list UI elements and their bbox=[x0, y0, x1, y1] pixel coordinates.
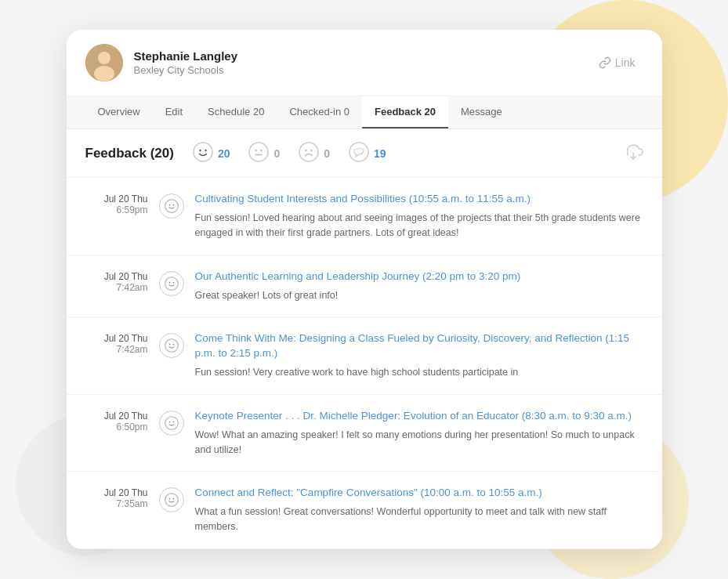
svg-point-1 bbox=[98, 52, 110, 64]
svg-point-28 bbox=[168, 498, 170, 500]
date-line: Jul 20 Thu bbox=[85, 333, 148, 344]
svg-point-12 bbox=[311, 150, 313, 151]
happy-icon bbox=[193, 142, 213, 165]
feedback-emoji-icon bbox=[159, 271, 184, 296]
feedback-comment-text: Fun session! Loved hearing about and see… bbox=[195, 211, 643, 241]
feedback-emoji-icon bbox=[159, 487, 184, 512]
svg-point-3 bbox=[194, 143, 212, 161]
date-line: Jul 20 Thu bbox=[85, 411, 148, 422]
svg-point-5 bbox=[205, 150, 206, 151]
feedback-emoji-icon bbox=[159, 411, 184, 436]
svg-point-20 bbox=[172, 282, 174, 284]
svg-point-24 bbox=[165, 417, 178, 430]
link-icon bbox=[599, 56, 611, 69]
svg-point-10 bbox=[299, 143, 318, 161]
svg-point-8 bbox=[261, 150, 263, 151]
feedback-date: Jul 20 Thu 6:50pm bbox=[85, 409, 148, 432]
neutral-count: 0 bbox=[273, 147, 280, 160]
date-line: Jul 20 Thu bbox=[85, 487, 148, 498]
svg-point-13 bbox=[350, 143, 368, 161]
svg-point-19 bbox=[168, 282, 170, 284]
feedback-comment-text: Great speaker! Lots of great info! bbox=[195, 288, 643, 303]
feedback-item: Jul 20 Thu 6:59pm Cultivating Student In… bbox=[67, 178, 662, 255]
date-line: Jul 20 Thu bbox=[85, 194, 148, 204]
user-org: Bexley City Schools bbox=[134, 64, 591, 76]
date-line: Jul 20 Thu bbox=[85, 271, 148, 282]
comment-icon bbox=[349, 142, 369, 165]
link-button[interactable]: Link bbox=[591, 52, 643, 74]
svg-point-17 bbox=[172, 204, 174, 206]
session-title[interactable]: Our Authentic Learning and Leadership Jo… bbox=[195, 270, 643, 284]
link-label: Link bbox=[615, 56, 636, 69]
nav-tab-message[interactable]: Message bbox=[448, 96, 515, 128]
time-line: 7:42am bbox=[85, 344, 148, 355]
feedback-emoji-icon bbox=[159, 333, 184, 358]
sad-icon bbox=[299, 142, 319, 165]
svg-point-23 bbox=[172, 344, 174, 346]
feedback-title: Feedback (20) bbox=[85, 146, 174, 161]
feedback-content: Our Authentic Learning and Leadership Jo… bbox=[195, 270, 643, 303]
feedback-list: Jul 20 Thu 6:59pm Cultivating Student In… bbox=[67, 178, 662, 548]
user-name: Stephanie Langley bbox=[134, 49, 591, 63]
svg-point-15 bbox=[165, 200, 178, 213]
session-title[interactable]: Connect and Reflect: "Campfire Conversat… bbox=[195, 486, 643, 501]
scene: Stephanie Langley Bexley City Schools Li… bbox=[0, 0, 728, 579]
svg-point-18 bbox=[165, 277, 178, 290]
svg-point-6 bbox=[249, 143, 268, 161]
feedback-item: Jul 20 Thu 7:42am Our Authentic Learning… bbox=[67, 255, 662, 318]
svg-point-16 bbox=[168, 204, 170, 206]
feedback-item: Jul 20 Thu 6:50pm Keynote Presenter . . … bbox=[67, 395, 662, 472]
session-title[interactable]: Cultivating Student Interests and Possib… bbox=[195, 192, 643, 207]
stat-comment: 19 bbox=[349, 142, 386, 165]
time-line: 7:35am bbox=[85, 498, 148, 509]
feedback-date: Jul 20 Thu 7:42am bbox=[85, 331, 148, 355]
stat-sad: 0 bbox=[299, 142, 330, 165]
feedback-content: Cultivating Student Interests and Possib… bbox=[195, 192, 643, 240]
svg-point-27 bbox=[165, 494, 178, 507]
feedback-emoji-icon bbox=[159, 194, 184, 219]
stat-neutral: 0 bbox=[248, 142, 280, 165]
nav-tabs: OverviewEditSchedule 20Checked-in 0Feedb… bbox=[67, 96, 662, 129]
feedback-date: Jul 20 Thu 7:42am bbox=[85, 270, 148, 293]
time-line: 6:50pm bbox=[85, 422, 148, 432]
feedback-date: Jul 20 Thu 7:35am bbox=[85, 486, 148, 509]
feedback-content: Connect and Reflect: "Campfire Conversat… bbox=[195, 486, 643, 534]
svg-point-29 bbox=[172, 498, 174, 500]
nav-tab-feedback-20[interactable]: Feedback 20 bbox=[362, 96, 448, 128]
cloud-download-icon[interactable] bbox=[623, 143, 643, 165]
avatar bbox=[85, 44, 123, 81]
feedback-item: Jul 20 Thu 7:35am Connect and Reflect: "… bbox=[67, 472, 662, 548]
sad-count: 0 bbox=[324, 147, 330, 160]
feedback-comment-text: What a fun session! Great conversations!… bbox=[195, 505, 643, 534]
feedback-content: Come Think With Me: Designing a Class Fu… bbox=[195, 331, 643, 380]
time-line: 7:42am bbox=[85, 282, 148, 293]
svg-point-25 bbox=[168, 422, 170, 423]
nav-tab-schedule-20[interactable]: Schedule 20 bbox=[195, 96, 277, 128]
session-title[interactable]: Keynote Presenter . . . Dr. Michelle Ple… bbox=[195, 409, 643, 424]
comment-count: 19 bbox=[374, 147, 386, 160]
feedback-content: Keynote Presenter . . . Dr. Michelle Ple… bbox=[195, 409, 643, 457]
stat-happy: 20 bbox=[193, 142, 230, 165]
feedback-item: Jul 20 Thu 7:42am Come Think With Me: De… bbox=[67, 317, 662, 395]
svg-point-22 bbox=[168, 344, 170, 346]
svg-point-2 bbox=[94, 66, 114, 81]
nav-tab-checked-in-0[interactable]: Checked-in 0 bbox=[277, 96, 362, 128]
feedback-comment-text: Fun session! Very creative work to have … bbox=[195, 365, 643, 380]
svg-point-7 bbox=[255, 150, 257, 151]
card-header: Stephanie Langley Bexley City Schools Li… bbox=[67, 30, 662, 96]
feedback-date: Jul 20 Thu 6:59pm bbox=[85, 192, 148, 215]
svg-point-11 bbox=[306, 150, 307, 151]
feedback-comment-text: Wow! What an amazing speaker! I felt so … bbox=[195, 428, 643, 458]
main-card: Stephanie Langley Bexley City Schools Li… bbox=[67, 30, 662, 548]
nav-tab-overview[interactable]: Overview bbox=[85, 96, 153, 128]
happy-count: 20 bbox=[218, 147, 230, 160]
svg-point-21 bbox=[165, 339, 178, 353]
svg-point-26 bbox=[172, 422, 174, 423]
nav-tab-edit[interactable]: Edit bbox=[153, 96, 195, 128]
svg-point-4 bbox=[199, 150, 201, 151]
session-title[interactable]: Come Think With Me: Designing a Class Fu… bbox=[195, 331, 643, 361]
time-line: 6:59pm bbox=[85, 204, 148, 215]
neutral-icon bbox=[248, 142, 269, 165]
user-info: Stephanie Langley Bexley City Schools bbox=[134, 49, 591, 76]
feedback-bar: Feedback (20) 20 bbox=[67, 129, 662, 178]
